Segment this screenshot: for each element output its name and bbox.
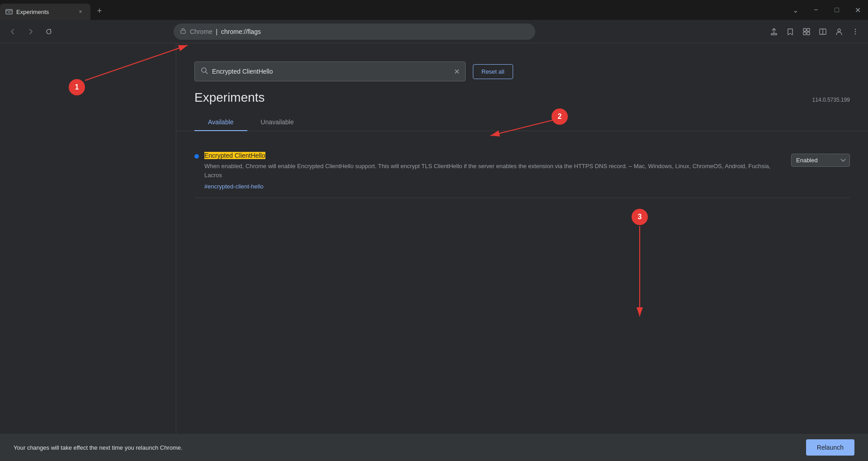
address-bar: Chrome | chrome://flags bbox=[0, 20, 868, 43]
url-flags-part: chrome://flags bbox=[221, 28, 261, 35]
svg-rect-7 bbox=[807, 32, 810, 35]
lock-icon bbox=[180, 28, 186, 35]
flag-description: When enabled, Chrome will enable Encrypt… bbox=[204, 162, 786, 179]
svg-point-12 bbox=[855, 31, 856, 32]
split-view-button[interactable] bbox=[816, 24, 830, 39]
reload-button[interactable] bbox=[42, 24, 56, 39]
tab-unavailable[interactable]: Unavailable bbox=[247, 114, 307, 131]
svg-rect-3 bbox=[181, 30, 185, 33]
svg-point-10 bbox=[838, 29, 840, 32]
svg-line-15 bbox=[206, 72, 208, 74]
extensions-button[interactable] bbox=[799, 24, 814, 39]
browser-frame: Experiments × + ⌄ − □ ✕ Chrome | bbox=[0, 0, 868, 461]
main-content: ✕ Reset all Experiments 114.0.5735.199 A… bbox=[0, 43, 868, 461]
url-bar[interactable]: Chrome | chrome://flags bbox=[174, 24, 535, 40]
search-bar[interactable]: ✕ bbox=[194, 61, 466, 81]
content-area: ✕ Reset all Experiments 114.0.5735.199 A… bbox=[176, 43, 868, 461]
window-controls: ⌄ − □ ✕ bbox=[785, 0, 868, 20]
sidebar bbox=[0, 43, 176, 461]
profile-button[interactable] bbox=[832, 24, 846, 39]
flag-control: Default Disabled Enabled bbox=[791, 154, 850, 167]
flag-name: Encrypted ClientHello bbox=[204, 152, 786, 159]
new-tab-button[interactable]: + bbox=[92, 4, 107, 18]
relaunch-button[interactable]: Relaunch bbox=[806, 439, 854, 456]
tab-bar: Experiments × + ⌄ − □ ✕ bbox=[0, 0, 868, 20]
bookmark-button[interactable] bbox=[783, 24, 797, 39]
reset-all-button[interactable]: Reset all bbox=[473, 64, 513, 79]
flag-info: Encrypted ClientHello When enabled, Chro… bbox=[204, 152, 786, 190]
flags-list: Encrypted ClientHello When enabled, Chro… bbox=[176, 145, 868, 198]
flag-name-highlight: Encrypted ClientHello bbox=[204, 152, 265, 159]
svg-rect-5 bbox=[807, 28, 810, 31]
svg-rect-6 bbox=[803, 32, 806, 35]
experiments-header: Experiments 114.0.5735.199 bbox=[176, 90, 868, 105]
search-clear-button[interactable]: ✕ bbox=[454, 67, 460, 76]
svg-rect-4 bbox=[803, 28, 806, 31]
search-input[interactable] bbox=[212, 68, 450, 75]
svg-point-11 bbox=[855, 28, 856, 29]
flag-select[interactable]: Default Disabled Enabled bbox=[791, 154, 850, 167]
menu-button[interactable] bbox=[848, 24, 863, 39]
bottom-message: Your changes will take effect the next t… bbox=[14, 444, 183, 451]
search-row: ✕ Reset all bbox=[176, 52, 868, 90]
svg-point-13 bbox=[855, 33, 856, 34]
share-button[interactable] bbox=[767, 24, 781, 39]
flag-item: Encrypted ClientHello When enabled, Chro… bbox=[194, 145, 850, 198]
active-tab[interactable]: Experiments × bbox=[0, 4, 90, 20]
tab-title: Experiments bbox=[16, 9, 72, 15]
back-button[interactable] bbox=[5, 24, 20, 39]
version-text: 114.0.5735.199 bbox=[812, 97, 850, 103]
list-windows-button[interactable]: ⌄ bbox=[785, 0, 806, 20]
forward-button[interactable] bbox=[24, 24, 38, 39]
maximize-button[interactable]: □ bbox=[826, 0, 847, 20]
toolbar-actions bbox=[767, 24, 863, 39]
page-title: Experiments bbox=[194, 90, 265, 105]
svg-rect-0 bbox=[6, 9, 12, 14]
close-button[interactable]: ✕ bbox=[847, 0, 868, 20]
tab-close-button[interactable]: × bbox=[76, 7, 85, 16]
tab-favicon bbox=[5, 8, 13, 15]
url-text: Chrome | chrome://flags bbox=[190, 28, 529, 35]
minimize-button[interactable]: − bbox=[806, 0, 826, 20]
flag-indicator bbox=[194, 154, 199, 159]
tabs-container: Available Unavailable bbox=[176, 114, 868, 131]
url-chrome-part: Chrome bbox=[190, 28, 212, 35]
search-icon bbox=[200, 66, 208, 77]
bottom-bar: Your changes will take effect the next t… bbox=[0, 434, 868, 461]
flag-link[interactable]: #encrypted-client-hello bbox=[204, 183, 264, 190]
tab-available[interactable]: Available bbox=[194, 114, 247, 131]
